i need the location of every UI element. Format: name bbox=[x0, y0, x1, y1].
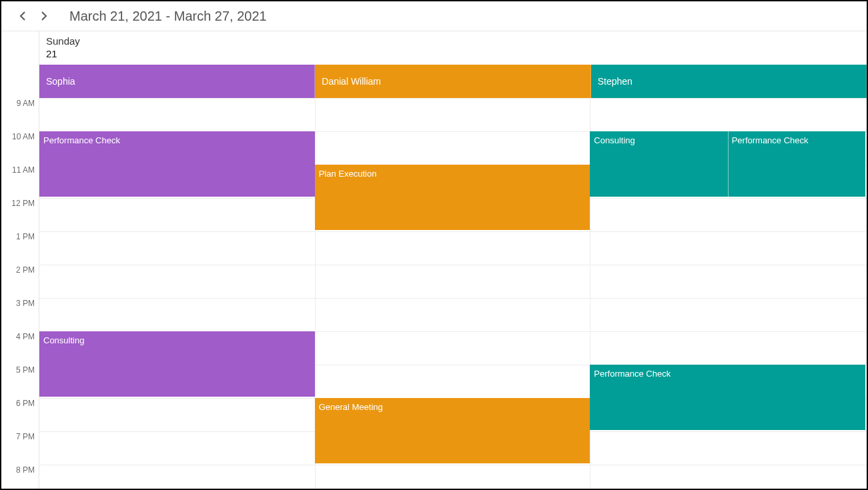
calendar-event[interactable]: Consulting bbox=[590, 131, 727, 197]
hour-line bbox=[39, 298, 867, 299]
time-label: 7 PM bbox=[16, 432, 35, 441]
resource-header-sophia[interactable]: Sophia bbox=[39, 65, 315, 98]
chevron-left-icon bbox=[19, 11, 27, 21]
calendar-event[interactable]: Plan Execution bbox=[315, 165, 590, 230]
date-range-label: March 21, 2021 - March 27, 2021 bbox=[69, 9, 267, 24]
resource-label: Stephen bbox=[598, 76, 632, 87]
slots-area[interactable]: Performance CheckConsultingPlan Executio… bbox=[39, 98, 867, 489]
hour-line bbox=[39, 231, 867, 232]
time-column: 9 AM10 AM11 AM12 PM1 PM2 PM3 PM4 PM5 PM6… bbox=[1, 98, 39, 489]
chevron-right-icon bbox=[39, 11, 47, 21]
day-name: Sunday bbox=[46, 35, 860, 47]
resource-label: Sophia bbox=[46, 76, 75, 87]
hour-line bbox=[39, 265, 867, 265]
time-grid[interactable]: 9 AM10 AM11 AM12 PM1 PM2 PM3 PM4 PM5 PM6… bbox=[1, 98, 867, 489]
time-label: 12 PM bbox=[11, 199, 35, 208]
time-label: 8 PM bbox=[16, 465, 35, 475]
calendar-event[interactable]: General Meeting bbox=[315, 398, 590, 463]
calendar-event[interactable]: Performance Check bbox=[39, 131, 315, 197]
day-number: 21 bbox=[46, 48, 860, 59]
resource-header-danial[interactable]: Danial William bbox=[315, 65, 590, 98]
time-gutter-resources bbox=[1, 65, 39, 98]
time-gutter-top bbox=[1, 31, 39, 65]
hour-line bbox=[39, 465, 867, 465]
time-label: 3 PM bbox=[16, 299, 35, 308]
resource-label: Danial William bbox=[322, 76, 381, 87]
time-label: 5 PM bbox=[16, 365, 35, 375]
time-label: 9 AM bbox=[17, 99, 35, 108]
resource-header-stephen[interactable]: Stephen bbox=[591, 65, 867, 98]
calendar-event[interactable]: Performance Check bbox=[590, 365, 865, 430]
time-label: 10 AM bbox=[12, 132, 35, 141]
scheduler-app: March 21, 2021 - March 27, 2021 Sunday 2… bbox=[1, 1, 867, 489]
time-label: 11 AM bbox=[12, 165, 35, 175]
calendar-event[interactable]: Consulting bbox=[39, 331, 315, 397]
time-label: 1 PM bbox=[16, 232, 35, 241]
time-label: 2 PM bbox=[16, 265, 35, 275]
next-button[interactable] bbox=[37, 10, 49, 22]
day-header: Sunday 21 bbox=[1, 31, 867, 65]
time-label: 6 PM bbox=[16, 399, 35, 408]
toolbar: March 21, 2021 - March 27, 2021 bbox=[1, 1, 867, 31]
time-label: 4 PM bbox=[16, 332, 35, 341]
prev-button[interactable] bbox=[17, 10, 29, 22]
hour-line bbox=[39, 98, 867, 99]
day-header-cell[interactable]: Sunday 21 bbox=[39, 31, 867, 65]
resources-row: Sophia Danial William Stephen bbox=[1, 65, 867, 98]
calendar-event[interactable]: Performance Check bbox=[728, 131, 865, 197]
